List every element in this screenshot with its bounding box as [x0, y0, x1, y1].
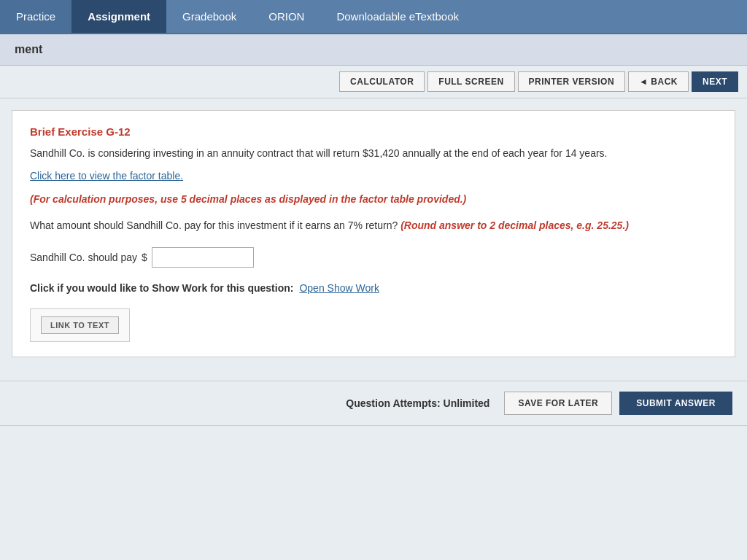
save-for-later-button[interactable]: SAVE FOR LATER	[504, 392, 612, 415]
answer-row: Sandhill Co. should pay $	[30, 247, 717, 268]
dollar-sign-label: $	[142, 252, 147, 263]
tab-etextbook[interactable]: Downloadable eTextbook	[320, 0, 475, 33]
question-card: Brief Exercise G-12 Sandhill Co. is cons…	[12, 110, 735, 357]
factor-table-link[interactable]: Click here to view the factor table.	[30, 170, 183, 182]
open-show-work-link[interactable]: Open Show Work	[299, 282, 379, 294]
toolbar: CALCULATOR FULL SCREEN PRINTER VERSION ◄…	[0, 66, 747, 98]
answer-label: Sandhill Co. should pay	[30, 252, 137, 263]
tab-orion[interactable]: ORION	[252, 0, 320, 33]
top-navigation: Practice Assignment Gradebook ORION Down…	[0, 0, 747, 34]
prompt-text: What amount should Sandhill Co. pay for …	[30, 219, 398, 231]
printer-version-button[interactable]: PRINTER VERSION	[518, 71, 626, 92]
page-title: ment	[15, 43, 42, 55]
calculator-button[interactable]: CALCULATOR	[339, 71, 425, 92]
tab-gradebook[interactable]: Gradebook	[166, 0, 252, 33]
tab-assignment[interactable]: Assignment	[71, 0, 166, 33]
fullscreen-button[interactable]: FULL SCREEN	[427, 71, 514, 92]
bottom-bar: Question Attempts: Unlimited SAVE FOR LA…	[0, 381, 747, 425]
question-prompt: What amount should Sandhill Co. pay for …	[30, 217, 717, 233]
round-note: (Round answer to 2 decimal places, e.g. …	[400, 219, 629, 231]
page-title-bar: ment	[0, 34, 747, 66]
link-to-text-button[interactable]: LINK TO TEXT	[41, 316, 119, 334]
link-to-text-section: LINK TO TEXT	[30, 308, 130, 342]
next-button[interactable]: NEXT	[692, 71, 738, 92]
question-description: Sandhill Co. is considering investing in…	[30, 145, 717, 161]
bottom-divider	[0, 425, 747, 426]
attempts-label: Question Attempts: Unlimited	[346, 397, 489, 409]
show-work-row: Click if you would like to Show Work for…	[30, 282, 717, 294]
submit-answer-button[interactable]: SUBMIT ANSWER	[619, 392, 732, 415]
main-content: Brief Exercise G-12 Sandhill Co. is cons…	[0, 98, 747, 378]
calculation-note: (For calculation purposes, use 5 decimal…	[30, 192, 717, 207]
answer-input[interactable]	[152, 247, 254, 268]
exercise-title: Brief Exercise G-12	[30, 125, 717, 138]
show-work-label: Click if you would like to Show Work for…	[30, 282, 293, 294]
tab-practice[interactable]: Practice	[0, 0, 71, 33]
back-button[interactable]: ◄ BACK	[628, 71, 689, 92]
